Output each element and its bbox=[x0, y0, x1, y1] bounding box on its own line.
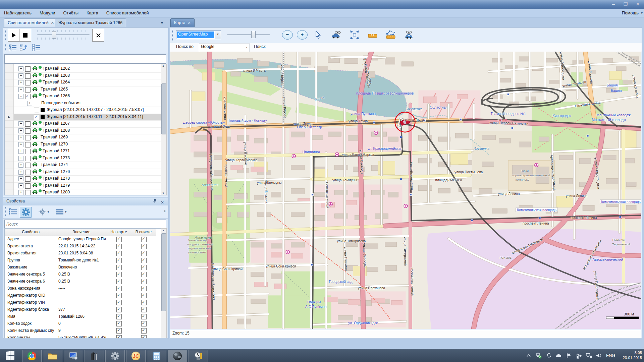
in-list-checkbox[interactable] bbox=[141, 293, 147, 298]
close-icon[interactable]: ✕ bbox=[51, 21, 54, 25]
tree-row-vehicle[interactable]: +Трамвай 1274 bbox=[14, 162, 161, 169]
property-row[interactable]: Кол-во ходок0 bbox=[5, 320, 161, 327]
measure-distance-button[interactable] bbox=[367, 29, 379, 40]
tree-row-vehicle[interactable]: +Трамвай 1273 bbox=[14, 155, 161, 162]
tree-row-vehicle[interactable]: +Трамвай 1269 bbox=[14, 134, 161, 141]
play-button[interactable] bbox=[8, 29, 20, 42]
menu-button[interactable]: ▼ bbox=[54, 207, 69, 217]
tree-row-vehicle[interactable]: +Трамвай 1264 bbox=[14, 79, 161, 86]
map-canvas[interactable]: GPRS улица 8 МартаБереговая улицаулица К… bbox=[170, 52, 641, 329]
follow-vehicle-button[interactable] bbox=[403, 29, 415, 40]
column-header[interactable]: В списке bbox=[131, 229, 156, 236]
minimize-button[interactable]: – bbox=[610, 1, 617, 7]
expander-icon[interactable]: + bbox=[18, 87, 23, 92]
vehicle-tree[interactable]: ▶ +Трамвай 1262+Трамвай 1263+Трамвай 126… bbox=[4, 64, 161, 195]
map-zoom-slider[interactable] bbox=[227, 34, 270, 35]
tree-row-vehicle[interactable]: +Трамвай 1271 bbox=[14, 148, 161, 155]
expander-icon[interactable]: + bbox=[18, 149, 23, 154]
power-battery-icon[interactable] bbox=[576, 353, 582, 359]
tree-scroll-thumb[interactable] bbox=[161, 83, 166, 134]
row-checkbox[interactable] bbox=[25, 176, 31, 182]
expander-icon[interactable]: + bbox=[18, 135, 23, 140]
speed-slider-track[interactable] bbox=[37, 34, 90, 35]
in-list-checkbox[interactable] bbox=[141, 286, 147, 291]
row-checkbox[interactable] bbox=[25, 190, 31, 195]
row-checkbox[interactable] bbox=[25, 183, 31, 189]
on-map-checkbox[interactable] bbox=[116, 265, 122, 270]
expander-icon[interactable]: + bbox=[18, 121, 23, 126]
tree-scrollbar[interactable]: ▲ ▼ bbox=[161, 64, 167, 195]
row-checkbox[interactable] bbox=[25, 87, 31, 93]
on-map-checkbox[interactable] bbox=[116, 293, 122, 298]
start-button[interactable] bbox=[0, 349, 20, 362]
row-checkbox[interactable] bbox=[34, 101, 39, 106]
volume-icon[interactable] bbox=[596, 353, 602, 359]
in-list-checkbox[interactable] bbox=[141, 265, 147, 270]
expander-icon[interactable]: + bbox=[18, 156, 23, 161]
expander-icon[interactable]: + bbox=[18, 176, 23, 181]
tab-vehicle-list[interactable]: Список автомобилей✕ bbox=[4, 18, 58, 27]
tree-row-journal[interactable]: Журнал [21.01.2015 14:00:11 - 22.01.2015… bbox=[14, 114, 161, 121]
row-checkbox[interactable] bbox=[25, 94, 31, 99]
notification-bell-icon[interactable] bbox=[546, 353, 552, 359]
property-row[interactable]: Время события23.01.2015 8:04:38 bbox=[5, 250, 161, 257]
property-row[interactable]: Идентификатор OID bbox=[5, 292, 161, 299]
on-map-checkbox[interactable] bbox=[116, 335, 122, 338]
taskbar-chrome[interactable] bbox=[22, 350, 42, 362]
expander-icon[interactable]: + bbox=[27, 101, 32, 106]
row-checkbox[interactable] bbox=[25, 80, 31, 85]
row-checkbox[interactable] bbox=[25, 142, 31, 147]
in-list-checkbox[interactable] bbox=[141, 244, 147, 249]
taskbar-1c[interactable]: 1С bbox=[126, 350, 146, 362]
taskbar-directory[interactable] bbox=[85, 350, 104, 362]
row-checkbox[interactable] bbox=[34, 115, 39, 120]
flag-icon[interactable] bbox=[566, 353, 572, 359]
row-checkbox[interactable] bbox=[25, 163, 31, 168]
in-list-checkbox[interactable] bbox=[141, 279, 147, 284]
expander-icon[interactable]: - bbox=[18, 94, 23, 99]
map-zoom-thumb[interactable] bbox=[251, 31, 256, 38]
on-map-checkbox[interactable] bbox=[116, 300, 122, 305]
show-vehicles-button[interactable] bbox=[330, 29, 342, 40]
expander-icon[interactable]: + bbox=[18, 66, 23, 71]
on-map-checkbox[interactable] bbox=[116, 279, 122, 284]
usb-device-icon[interactable] bbox=[536, 353, 542, 359]
on-map-checkbox[interactable] bbox=[116, 314, 122, 319]
row-checkbox[interactable] bbox=[25, 135, 31, 140]
taskbar-services[interactable] bbox=[105, 350, 125, 362]
scroll-up-icon[interactable]: ▲ bbox=[161, 64, 166, 67]
category-view-button[interactable] bbox=[7, 207, 18, 217]
restore-button[interactable]: ❐ bbox=[622, 1, 629, 7]
expander-icon[interactable]: + bbox=[18, 183, 23, 188]
in-list-checkbox[interactable] bbox=[141, 272, 147, 277]
in-list-checkbox[interactable] bbox=[141, 307, 147, 312]
fit-extent-button[interactable] bbox=[348, 29, 361, 40]
row-checkbox[interactable] bbox=[25, 156, 31, 161]
in-list-checkbox[interactable] bbox=[141, 335, 147, 338]
on-map-checkbox[interactable] bbox=[116, 272, 122, 277]
tree-row-vehicle[interactable]: +Трамвай 1268 bbox=[14, 127, 161, 135]
property-row[interactable]: Идентификатор блока377 bbox=[5, 306, 161, 313]
property-row[interactable]: Время ответа22.01.2015 14:24:22 bbox=[5, 243, 161, 250]
on-map-checkbox[interactable] bbox=[116, 251, 122, 256]
menu-item[interactable]: Наблюдатель bbox=[0, 9, 36, 15]
in-list-checkbox[interactable] bbox=[141, 321, 147, 326]
zoom-out-button[interactable]: − bbox=[282, 30, 293, 40]
menu-item[interactable]: Отчёты bbox=[59, 9, 83, 15]
move-selection-button[interactable] bbox=[19, 43, 29, 52]
pin-icon[interactable] bbox=[153, 199, 157, 203]
speed-slider-thumb[interactable] bbox=[52, 31, 56, 39]
tree-row-vehicle[interactable]: +Трамвай 1270 bbox=[14, 141, 161, 148]
chevron-down-icon[interactable]: ▼ bbox=[640, 11, 643, 15]
properties-scroll-thumb[interactable] bbox=[161, 233, 166, 311]
tree-row-vehicle[interactable]: +Трамвай 1280 bbox=[14, 189, 161, 195]
row-checkbox[interactable] bbox=[34, 108, 39, 113]
taskbar-time-tracker[interactable] bbox=[189, 350, 208, 362]
row-checkbox[interactable] bbox=[25, 128, 31, 134]
properties-table[interactable]: СвойствоЗначениеНа картеВ спискеАдресGoo… bbox=[4, 228, 161, 338]
properties-scrollbar[interactable]: ▲ bbox=[161, 228, 167, 338]
menu-item[interactable]: Список автомобилей bbox=[102, 9, 153, 15]
in-list-checkbox[interactable] bbox=[141, 328, 147, 334]
in-list-checkbox[interactable] bbox=[141, 251, 147, 256]
expander-icon[interactable]: + bbox=[18, 73, 23, 78]
